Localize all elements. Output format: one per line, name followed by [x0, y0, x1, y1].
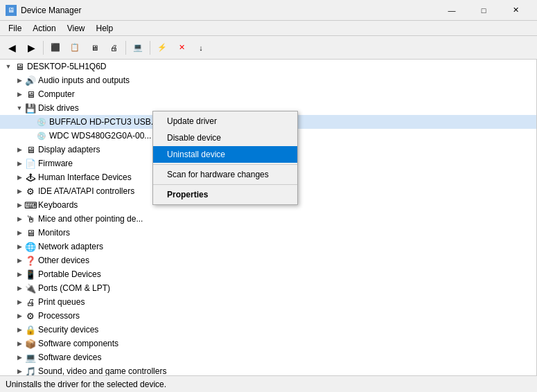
firmware-label: Firmware [38, 159, 73, 168]
security-expand-icon [14, 324, 25, 335]
toolbar: ◀ ▶ ⬛ 📋 🖥 🖨 💻 ⚡ ✕ ↓ [0, 36, 537, 60]
menu-help[interactable]: Help [91, 22, 119, 35]
sw-components-expand-icon [14, 338, 25, 349]
audio-expand-icon [14, 75, 25, 86]
toolbar-btn-7[interactable]: 💻 [129, 39, 147, 57]
toolbar-separator-2 [125, 41, 126, 55]
network-label: Network adapters [38, 242, 103, 251]
tree-item-audio[interactable]: 🔊 Audio inputs and outputs [0, 73, 536, 87]
mice-icon: 🖱 [25, 213, 36, 224]
tree-item-computer[interactable]: 🖥 Computer [0, 87, 536, 101]
other-label: Other devices [38, 256, 89, 265]
security-label: Security devices [38, 325, 98, 335]
tree-item-ports[interactable]: 🔌 Ports (COM & LPT) [0, 281, 536, 295]
forward-button[interactable]: ▶ [22, 39, 40, 57]
firmware-expand-icon [14, 158, 25, 169]
ide-expand-icon [14, 186, 25, 197]
monitors-icon: 🖥 [25, 227, 36, 238]
tree-item-security[interactable]: 🔒 Security devices [0, 323, 536, 337]
monitors-label: Monitors [38, 228, 70, 238]
audio-icon: 🔊 [25, 75, 36, 86]
print-label: Print queues [38, 297, 85, 307]
tree-item-processors[interactable]: ⚙ Processors [0, 309, 536, 323]
menu-file[interactable]: File [3, 22, 27, 35]
network-expand-icon [14, 241, 25, 252]
tree-item-print[interactable]: 🖨 Print queues [0, 295, 536, 309]
ctx-separator-2 [153, 184, 297, 185]
context-menu: Update driver Disable device Uninstall d… [152, 111, 298, 205]
ports-expand-icon [14, 283, 25, 294]
portable-label: Portable Devices [38, 269, 101, 279]
hid-label: Human Interface Devices [38, 172, 132, 182]
keyboards-label: Keyboards [38, 200, 78, 210]
toolbar-btn-3[interactable]: ⬛ [46, 39, 64, 57]
ctx-disable-device[interactable]: Disable device [153, 130, 297, 146]
display-expand-icon [14, 144, 25, 155]
maximize-button[interactable]: □ [468, 0, 500, 21]
hid-expand-icon [14, 172, 25, 183]
toolbar-btn-update[interactable]: ↓ [192, 39, 210, 57]
ports-label: Ports (COM & LPT) [38, 283, 110, 293]
main-area: 🖥 DESKTOP-5LH1Q6D 🔊 Audio inputs and out… [0, 60, 537, 375]
root-label: DESKTOP-5LH1Q6D [27, 62, 107, 71]
ctx-separator-1 [153, 164, 297, 165]
sw-devices-icon: 💻 [25, 352, 36, 363]
mice-expand-icon [14, 213, 25, 224]
tree-item-mice[interactable]: 🖱 Mice and other pointing de... [0, 212, 536, 226]
network-icon: 🌐 [25, 241, 36, 252]
tree-item-network[interactable]: 🌐 Network adapters [0, 240, 536, 253]
ctx-update-driver[interactable]: Update driver [153, 113, 297, 130]
window-title: Device Manager [21, 6, 436, 15]
ide-icon: ⚙ [25, 186, 36, 197]
sound-label: Sound, video and game controllers [38, 366, 166, 375]
ctx-properties[interactable]: Properties [153, 186, 297, 203]
ctx-scan-changes[interactable]: Scan for hardware changes [153, 166, 297, 183]
menu-view[interactable]: View [62, 22, 91, 35]
menu-action[interactable]: Action [27, 22, 61, 35]
status-bar: Uninstalls the driver for the selected d… [0, 375, 537, 392]
sw-devices-label: Software devices [38, 353, 101, 362]
back-button[interactable]: ◀ [3, 39, 21, 57]
processors-icon: ⚙ [25, 310, 36, 321]
toolbar-separator-1 [43, 41, 44, 55]
tree-item-sw-devices[interactable]: 💻 Software devices [0, 350, 536, 364]
processors-label: Processors [38, 311, 80, 321]
tree-item-sw-components[interactable]: 📦 Software components [0, 337, 536, 350]
app-icon: 🖥 [6, 5, 17, 16]
root-expand-icon [3, 61, 14, 72]
title-bar: 🖥 Device Manager — □ ✕ [0, 0, 537, 21]
computer-label: Computer [38, 89, 75, 99]
mice-label: Mice and other pointing de... [38, 214, 143, 224]
computer-icon: 🖥 [14, 61, 25, 72]
computer-item-icon: 🖥 [25, 89, 36, 100]
ctx-uninstall-device[interactable]: Uninstall device [153, 146, 297, 163]
toolbar-btn-6[interactable]: 🖨 [105, 39, 123, 57]
ide-label: IDE ATA/ATAPI controllers [38, 186, 134, 196]
minimize-button[interactable]: — [436, 0, 468, 21]
buffalo-label: BUFFALO HD-PCTU3 USB... [49, 117, 158, 127]
security-icon: 🔒 [25, 324, 36, 335]
tree-item-portable[interactable]: 📱 Portable Devices [0, 267, 536, 281]
sw-components-icon: 📦 [25, 338, 36, 349]
sound-expand-icon [14, 366, 25, 375]
toolbar-btn-5[interactable]: 🖥 [85, 39, 103, 57]
toolbar-btn-scan[interactable]: ⚡ [153, 39, 171, 57]
ports-icon: 🔌 [25, 283, 36, 294]
portable-icon: 📱 [25, 269, 36, 280]
other-icon: ❓ [25, 255, 36, 266]
tree-root[interactable]: 🖥 DESKTOP-5LH1Q6D [0, 60, 536, 73]
device-tree[interactable]: 🖥 DESKTOP-5LH1Q6D 🔊 Audio inputs and out… [0, 60, 537, 375]
tree-item-monitors[interactable]: 🖥 Monitors [0, 226, 536, 240]
close-button[interactable]: ✕ [500, 0, 531, 21]
tree-item-other[interactable]: ❓ Other devices [0, 253, 536, 267]
portable-expand-icon [14, 269, 25, 280]
tree-item-sound[interactable]: 🎵 Sound, video and game controllers [0, 364, 536, 375]
disk-icon: 💾 [25, 103, 36, 114]
disk-label: Disk drives [38, 103, 79, 113]
sw-components-label: Software components [38, 339, 118, 348]
disk-expand-icon [14, 103, 25, 114]
toolbar-btn-remove[interactable]: ✕ [173, 39, 191, 57]
toolbar-btn-4[interactable]: 📋 [66, 39, 84, 57]
audio-label: Audio inputs and outputs [38, 75, 130, 85]
other-expand-icon [14, 255, 25, 266]
